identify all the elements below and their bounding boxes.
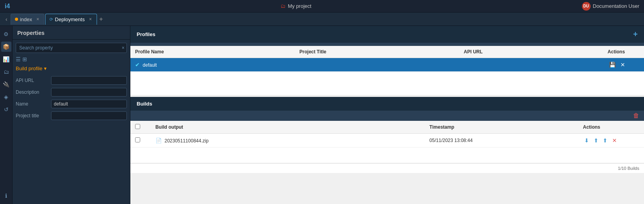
app-logo: i4 <box>5 3 10 10</box>
col-actions: Actions <box>603 46 644 58</box>
build-actions-cell: ⬇ ⬆ ⬆ ✕ <box>578 134 644 148</box>
list-view-button[interactable]: ☰ <box>16 56 21 62</box>
builds-title: Builds <box>137 101 152 107</box>
description-label: Description <box>16 89 51 95</box>
tab-index-close[interactable]: × <box>36 16 40 22</box>
form-row-api-url: API URL <box>16 76 127 85</box>
form-row-description: Description <box>16 88 127 97</box>
profile-actions-cell: 💾 ✕ <box>603 58 644 72</box>
avatar: DU <box>582 2 591 11</box>
name-input[interactable] <box>51 100 127 108</box>
build-deploy-button2[interactable]: ⬆ <box>601 137 609 144</box>
profiles-toolbar <box>130 43 644 46</box>
table-row-empty <box>130 72 644 95</box>
profile-url-cell <box>459 58 603 72</box>
builds-toolbar: 🗑 <box>130 111 644 121</box>
project-title: 🗂 My project <box>280 3 311 9</box>
form-row-name: Name <box>16 100 127 108</box>
tab-dot-index <box>15 18 18 21</box>
deployments-icon: ⟳ <box>49 17 53 22</box>
project-icon: 🗂 <box>280 3 285 9</box>
build-profile-arrow: ▾ <box>44 66 47 71</box>
profile-title-cell <box>295 58 459 72</box>
file-icon: 📄 <box>156 138 162 144</box>
col-checkbox <box>130 121 151 134</box>
table-row[interactable]: ✔ default 💾 ✕ <box>130 58 644 72</box>
properties-panel: Properties × ☰ ⊞ Build profile ▾ API URL… <box>13 26 130 204</box>
topbar: i4 🗂 My project DU Documentation User <box>0 0 644 13</box>
build-profile-button[interactable]: Build profile ▾ <box>16 66 47 71</box>
col-profile-name: Profile Name <box>130 46 295 58</box>
properties-header: Properties <box>13 26 130 40</box>
build-output-cell: 📄 20230511100844.zip <box>151 134 425 148</box>
api-url-label: API URL <box>16 78 51 83</box>
build-download-button[interactable]: ⬇ <box>583 137 591 144</box>
tab-index[interactable]: index × <box>11 14 44 25</box>
sidebar-icon-diamond[interactable]: ◈ <box>1 92 11 102</box>
profile-name-cell: ✔ default <box>130 58 295 72</box>
search-input[interactable] <box>16 43 127 53</box>
grid-view-button[interactable]: ⊞ <box>22 56 27 62</box>
tab-deployments-label: Deployments <box>55 16 85 22</box>
build-delete-button[interactable]: ✕ <box>611 137 618 144</box>
col-api-url: API URL <box>459 46 603 58</box>
build-timestamp-cell: 05/11/2023 13:08:44 <box>425 134 578 148</box>
select-all-checkbox[interactable] <box>135 124 140 129</box>
delete-builds-button[interactable]: 🗑 <box>633 112 639 119</box>
tab-back-button[interactable]: ‹ <box>3 15 10 24</box>
properties-body: × ☰ ⊞ Build profile ▾ API URL Descriptio… <box>13 40 130 204</box>
sidebar-icon-box[interactable]: 📦 <box>1 42 11 52</box>
build-profile-label: Build profile <box>16 66 42 71</box>
tab-deployments[interactable]: ⟳ Deployments × <box>45 14 97 25</box>
build-deploy-button1[interactable]: ⬆ <box>592 137 600 144</box>
tab-deployments-close[interactable]: × <box>88 16 93 22</box>
builds-footer: 1/10 Builds <box>130 163 644 173</box>
search-box-wrap: × <box>16 43 127 53</box>
col-timestamp: Timestamp <box>425 121 578 134</box>
build-checkbox-cell <box>130 134 151 148</box>
builds-section: Builds 🗑 Build output Timestamp Actions <box>130 97 644 173</box>
builds-table-header: Build output Timestamp Actions <box>130 121 644 134</box>
profiles-section: Profiles + Profile Name Project Title AP… <box>130 26 644 95</box>
add-profile-button[interactable]: + <box>633 30 638 39</box>
tabbar: ‹ index × ⟳ Deployments × + <box>0 13 644 26</box>
name-label: Name <box>16 101 51 107</box>
sidebar-icon-gear[interactable]: ⚙ <box>1 29 11 39</box>
table-row[interactable]: 📄 20230511100844.zip 05/11/2023 13:08:44… <box>130 134 644 148</box>
profiles-table-header: Profile Name Project Title API URL Actio… <box>130 46 644 58</box>
table-row-empty2 <box>130 148 644 163</box>
profiles-header: Profiles + <box>130 26 644 43</box>
sidebar-icon-refresh[interactable]: ↺ <box>1 104 11 115</box>
sidebar-icon-plug[interactable]: 🔌 <box>1 79 11 89</box>
row-check-icon: ✔ <box>135 62 140 68</box>
content-area: Profiles + Profile Name Project Title AP… <box>130 26 644 204</box>
description-input[interactable] <box>51 88 127 97</box>
col-build-actions: Actions <box>578 121 644 134</box>
icon-sidebar: ⚙ 📦 📊 🗂 🔌 ◈ ↺ ℹ <box>0 26 13 204</box>
profiles-title: Profiles <box>137 31 156 37</box>
sidebar-icon-info[interactable]: ℹ <box>1 191 11 201</box>
form-row-project-title: Project title <box>16 111 127 120</box>
profile-save-button[interactable]: 💾 <box>607 61 617 69</box>
user-info: DU Documentation User <box>582 2 640 11</box>
sidebar-icon-chart[interactable]: 📊 <box>1 54 11 64</box>
search-clear-button[interactable]: × <box>122 45 124 51</box>
col-build-output: Build output <box>151 121 425 134</box>
api-url-input[interactable] <box>51 76 127 85</box>
profiles-table: Profile Name Project Title API URL Actio… <box>130 46 644 95</box>
build-row-checkbox[interactable] <box>135 137 140 142</box>
col-project-title: Project Title <box>295 46 459 58</box>
tab-index-label: index <box>20 16 32 22</box>
username: Documentation User <box>593 3 640 9</box>
project-name: My project <box>288 3 311 9</box>
sidebar-icon-layers[interactable]: 🗂 <box>1 67 11 77</box>
project-title-label: Project title <box>16 113 51 118</box>
profile-delete-button[interactable]: ✕ <box>619 61 627 69</box>
tab-add-button[interactable]: + <box>99 16 103 23</box>
builds-header: Builds <box>130 97 644 111</box>
builds-table: Build output Timestamp Actions 📄 2023051… <box>130 121 644 163</box>
view-icons: ☰ ⊞ <box>16 56 127 62</box>
project-title-input[interactable] <box>51 111 127 120</box>
main-layout: ⚙ 📦 📊 🗂 🔌 ◈ ↺ ℹ Properties × ☰ ⊞ Build p… <box>0 26 644 204</box>
